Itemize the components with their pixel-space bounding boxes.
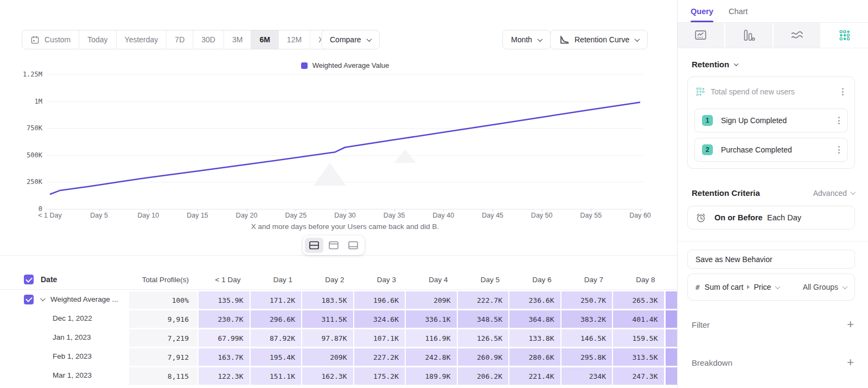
retention-value-cell[interactable]: 126.5K bbox=[457, 328, 509, 347]
retention-view-button[interactable] bbox=[821, 23, 868, 48]
retention-value-cell[interactable]: 171.2K bbox=[250, 290, 302, 309]
date-range-label: 12M bbox=[287, 35, 302, 44]
retention-value-cell[interactable]: 311.5K bbox=[301, 309, 353, 328]
insights-view-button[interactable] bbox=[678, 23, 725, 48]
chevron-down-icon bbox=[775, 284, 781, 289]
retention-value-cell[interactable]: 250.7K bbox=[560, 290, 612, 309]
retention-value-cell[interactable]: 97.87K bbox=[301, 328, 353, 347]
step-menu-button[interactable] bbox=[835, 115, 843, 126]
step-menu-button[interactable] bbox=[835, 144, 843, 156]
retention-line-series[interactable] bbox=[50, 103, 640, 194]
retention-value-cell[interactable]: 236.6K bbox=[508, 290, 560, 309]
retention-value-cell[interactable]: 135.9K bbox=[197, 290, 250, 309]
retention-value-cell[interactable]: 107.1K bbox=[353, 328, 405, 347]
retention-value-cell[interactable]: 209K bbox=[301, 347, 353, 366]
property-dropdown[interactable]: Sum of cart Price bbox=[705, 283, 780, 291]
retention-value-cell[interactable]: 209K bbox=[405, 290, 457, 309]
retention-value-cell[interactable]: 247.3K bbox=[612, 366, 664, 385]
y-axis-tick: 250K bbox=[15, 177, 42, 186]
retention-value-cell[interactable]: 175.2K bbox=[353, 366, 405, 385]
retention-value-cell[interactable]: 227.2K bbox=[353, 347, 405, 366]
flows-view-button[interactable] bbox=[774, 23, 821, 48]
retention-section-dropdown[interactable]: Retention bbox=[692, 60, 855, 69]
split-view-button[interactable] bbox=[305, 238, 323, 253]
date-range-7d[interactable]: 7D bbox=[167, 30, 193, 49]
select-all-checkbox[interactable] bbox=[24, 275, 34, 284]
date-range-yesterday[interactable]: Yesterday bbox=[117, 30, 167, 49]
retention-value-cell[interactable]: 230.7K bbox=[197, 309, 250, 328]
add-filter-button[interactable]: + bbox=[847, 319, 854, 330]
retention-value-cell[interactable]: 151.1K bbox=[250, 366, 302, 385]
retention-value-cell[interactable]: 67.99K bbox=[197, 328, 250, 347]
retention-value-cell[interactable]: 348.5K bbox=[457, 309, 509, 328]
retention-value-cell[interactable]: 183.5K bbox=[301, 290, 353, 309]
column-header-day-5: Day 5 bbox=[457, 276, 509, 284]
row-checkbox[interactable] bbox=[24, 295, 34, 304]
retention-value-cell[interactable]: 364.8K bbox=[508, 309, 560, 328]
retention-value-cell[interactable]: 295.8K bbox=[560, 347, 612, 366]
save-as-new-behavior-button[interactable]: Save as New Behavior bbox=[687, 250, 855, 269]
retention-value-cell[interactable]: 87.92K bbox=[250, 328, 302, 347]
retention-value-cell[interactable]: 222.7K bbox=[457, 290, 509, 309]
behavior-step-2[interactable]: 2 Purchase Completed bbox=[694, 138, 848, 162]
retention-value-cell[interactable]: 265.3K bbox=[612, 290, 664, 309]
retention-value-cell[interactable]: 162.3K bbox=[301, 366, 353, 385]
retention-value-cell[interactable]: 195.4K bbox=[250, 347, 302, 366]
retention-value-cell[interactable]: 116.9K bbox=[405, 328, 457, 347]
table-row: Mar 1, 20238,115122.3K151.1K162.3K175.2K… bbox=[0, 366, 677, 385]
date-range-12m[interactable]: 12M bbox=[279, 30, 310, 49]
criteria-window-button[interactable]: On or Before Each Day bbox=[687, 206, 855, 230]
retention-value-cell[interactable]: 260.9K bbox=[457, 347, 509, 366]
retention-value-cell[interactable]: 189.9K bbox=[405, 366, 457, 385]
date-range-6m[interactable]: 6M bbox=[251, 30, 278, 49]
retention-value-cell[interactable]: 401.4K bbox=[612, 309, 664, 328]
table-row: Jan 1, 20237,21967.99K87.92K97.87K107.1K… bbox=[0, 328, 677, 347]
criteria-window-range: Each Day bbox=[767, 213, 801, 222]
retention-value-cell[interactable]: 163.7K bbox=[197, 347, 250, 366]
behavior-step-1[interactable]: 1 Sign Up Completed bbox=[694, 109, 848, 132]
retention-value-cell[interactable]: 313.5K bbox=[612, 347, 664, 366]
date-range-custom[interactable]: Custom bbox=[22, 30, 79, 49]
retention-value-cell[interactable]: 234K bbox=[560, 366, 612, 385]
table-only-view-button[interactable] bbox=[344, 238, 362, 253]
retention-value-cell[interactable]: 206.2K bbox=[457, 366, 509, 385]
tab-chart[interactable]: Chart bbox=[729, 0, 748, 22]
property-name: Sum of cart bbox=[705, 283, 744, 291]
date-range-today[interactable]: Today bbox=[79, 30, 116, 49]
total-profiles-cell: 100% bbox=[129, 290, 197, 309]
chart-only-view-button[interactable] bbox=[324, 238, 343, 253]
add-breakdown-button[interactable]: + bbox=[847, 357, 854, 368]
date-range-3m[interactable]: 3M bbox=[224, 30, 251, 49]
column-header-day-4: Day 4 bbox=[405, 276, 457, 284]
compare-button[interactable]: Compare bbox=[321, 30, 380, 49]
chart-only-view-icon bbox=[328, 240, 340, 251]
date-range-30d[interactable]: 30D bbox=[193, 30, 224, 49]
retention-value-cell[interactable]: 296.6K bbox=[250, 309, 302, 328]
table-row: Dec 1, 20229,916230.7K296.6K311.5K324.6K… bbox=[0, 309, 677, 328]
advanced-dropdown[interactable]: Advanced bbox=[813, 189, 855, 198]
column-header-day-3: Day 3 bbox=[353, 276, 405, 284]
report-type-switcher bbox=[678, 23, 868, 48]
filter-label: Filter bbox=[692, 320, 710, 329]
group-dropdown[interactable]: All Groups bbox=[803, 283, 847, 291]
retention-value-cell[interactable]: 280.6K bbox=[508, 347, 560, 366]
retention-value-cell[interactable]: 336.1K bbox=[405, 309, 457, 328]
chart-type-button[interactable]: Retention Curve bbox=[550, 30, 648, 49]
expand-chevron-icon[interactable] bbox=[40, 296, 46, 301]
retention-value-cell[interactable]: 122.3K bbox=[197, 366, 250, 385]
granularity-button[interactable]: Month bbox=[502, 30, 551, 49]
retention-value-cell[interactable]: 196.6K bbox=[353, 290, 405, 309]
query-panel: Query Chart bbox=[677, 0, 868, 388]
retention-value-cell[interactable]: 159.5K bbox=[612, 328, 664, 347]
retention-value-cell[interactable]: 242.8K bbox=[405, 347, 457, 366]
retention-value-cell[interactable]: 146.5K bbox=[560, 328, 612, 347]
column-header-day-2: Day 2 bbox=[301, 276, 353, 284]
funnels-view-button[interactable] bbox=[725, 23, 773, 48]
tab-query[interactable]: Query bbox=[691, 0, 713, 22]
retention-value-cell[interactable]: 221.4K bbox=[508, 366, 560, 385]
behavior-menu-button[interactable] bbox=[839, 86, 847, 98]
retention-value-cell[interactable]: 133.8K bbox=[508, 328, 560, 347]
retention-chart-plot[interactable] bbox=[47, 71, 643, 213]
retention-value-cell[interactable]: 324.6K bbox=[353, 309, 405, 328]
retention-value-cell[interactable]: 383.2K bbox=[560, 309, 612, 328]
